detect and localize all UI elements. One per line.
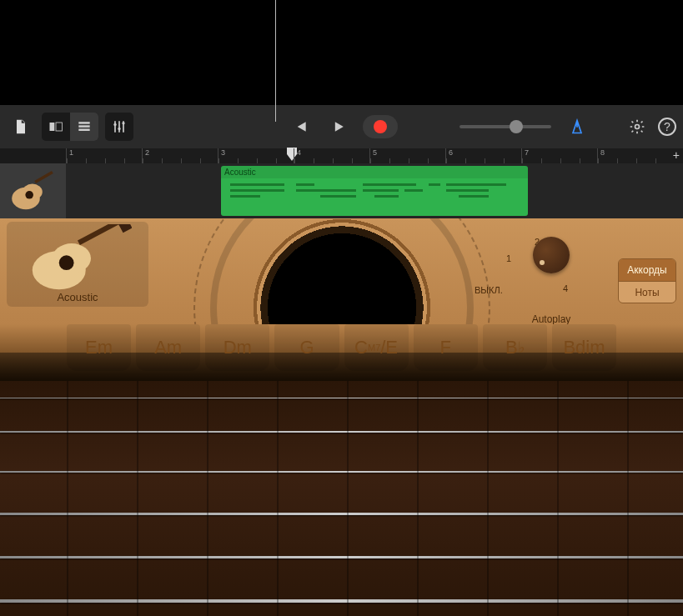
skip-back-icon xyxy=(292,118,309,135)
grid-icon xyxy=(48,118,64,135)
ruler-bar: 4 xyxy=(294,148,369,163)
settings-button[interactable] xyxy=(623,113,651,141)
fret-line xyxy=(67,381,68,616)
guitar-string[interactable] xyxy=(0,556,683,558)
rewind-button[interactable] xyxy=(286,113,314,141)
ruler-bar: 2 xyxy=(142,148,218,163)
ruler-bar: 1 xyxy=(66,148,142,163)
ruler-bar: 7 xyxy=(521,148,597,163)
chord-button[interactable]: G xyxy=(274,324,339,371)
record-icon xyxy=(374,120,387,133)
view-segment xyxy=(42,113,98,141)
fret-line xyxy=(417,381,419,616)
guitar-string[interactable] xyxy=(0,513,683,515)
fret-line xyxy=(137,381,138,616)
transport-controls xyxy=(286,113,398,141)
ruler-bar: 5 xyxy=(369,148,445,163)
guitar-string[interactable] xyxy=(0,398,683,398)
ruler-bar: 8 xyxy=(597,148,673,163)
soundhole xyxy=(217,218,467,324)
dial-label-off: ВЫКЛ. xyxy=(475,285,503,295)
dial-label-4: 4 xyxy=(563,283,568,293)
app-window: ? + 12345678 Acoustic xyxy=(0,105,683,616)
document-icon xyxy=(13,118,29,135)
guitar-large-icon xyxy=(23,224,132,291)
notes-mode-button[interactable]: Ноты xyxy=(619,281,675,303)
midi-notes xyxy=(224,179,525,213)
guitar-string[interactable] xyxy=(0,431,683,433)
metronome-icon xyxy=(569,118,585,135)
ruler-bar: 3 xyxy=(218,148,294,163)
add-track-button[interactable]: + xyxy=(673,148,680,162)
metronome-button[interactable] xyxy=(563,113,591,141)
toolbar: ? xyxy=(0,105,683,148)
list-icon xyxy=(76,118,93,135)
toolbar-right: ? xyxy=(454,113,676,141)
record-button[interactable] xyxy=(363,115,398,138)
svg-rect-16 xyxy=(78,224,121,245)
svg-point-8 xyxy=(635,125,640,129)
svg-point-7 xyxy=(122,122,124,124)
play-button[interactable] xyxy=(324,113,353,141)
chord-strip: EmAmDmGCM7/EFB♭Bdim xyxy=(0,324,683,381)
autoplay-dial[interactable] xyxy=(533,237,570,273)
fret-line xyxy=(277,381,279,616)
chords-mode-button[interactable]: Аккорды xyxy=(619,259,675,281)
play-icon xyxy=(330,118,347,135)
svg-point-11 xyxy=(25,191,33,199)
chord-button[interactable]: Em xyxy=(67,324,131,371)
track-lane[interactable]: Acoustic xyxy=(66,163,683,218)
fretboard[interactable] xyxy=(0,381,683,616)
svg-point-5 xyxy=(113,123,116,126)
chord-button[interactable]: B♭ xyxy=(483,324,547,371)
volume-slider[interactable] xyxy=(460,125,551,128)
guitar-string[interactable] xyxy=(0,599,683,603)
fret-line xyxy=(487,381,489,616)
fret-line xyxy=(207,381,208,616)
dial-label-1: 1 xyxy=(506,253,511,263)
chord-button[interactable]: Bdim xyxy=(552,324,616,371)
svg-point-15 xyxy=(59,255,74,270)
svg-rect-1 xyxy=(56,123,63,131)
fret-line xyxy=(557,381,559,616)
svg-rect-2 xyxy=(78,122,89,124)
track-controls-button[interactable] xyxy=(105,113,133,141)
play-mode-segment: Аккорды Ноты xyxy=(618,258,676,303)
help-button[interactable]: ? xyxy=(658,118,676,136)
chord-button[interactable]: Dm xyxy=(205,324,269,371)
tracks-area: Acoustic xyxy=(0,163,683,218)
autoplay-control: ВЫКЛ. 1 2 3 4 Autoplay xyxy=(501,237,601,324)
chord-button[interactable]: F xyxy=(414,324,478,371)
ruler-bar: 6 xyxy=(445,148,521,163)
track-header[interactable] xyxy=(0,163,66,218)
guitar-string[interactable] xyxy=(0,471,683,473)
svg-rect-4 xyxy=(78,129,89,132)
svg-rect-17 xyxy=(116,224,132,233)
chord-button[interactable]: Am xyxy=(136,324,200,371)
svg-rect-12 xyxy=(34,171,53,183)
sliders-icon xyxy=(111,118,128,135)
browser-view-button[interactable] xyxy=(42,113,70,141)
instrument-panel: Acoustic ВЫКЛ. 1 2 3 4 Autoplay Аккорды … xyxy=(0,218,683,324)
svg-point-6 xyxy=(118,128,120,130)
svg-rect-0 xyxy=(50,123,55,131)
svg-rect-3 xyxy=(78,125,89,128)
fret-line xyxy=(347,381,349,616)
guitar-icon xyxy=(8,170,58,212)
instrument-selector[interactable]: Acoustic xyxy=(7,222,148,307)
gear-icon xyxy=(629,118,645,135)
timeline-ruler[interactable]: + 12345678 xyxy=(66,148,683,163)
region-label: Acoustic xyxy=(221,166,528,178)
playhead-line xyxy=(275,0,276,122)
autoplay-label: Autoplay xyxy=(501,313,601,324)
chord-button[interactable]: CM7/E xyxy=(344,324,409,371)
tracks-view-button[interactable] xyxy=(70,113,98,141)
instrument-name: Acoustic xyxy=(57,291,98,303)
fret-line xyxy=(627,381,629,616)
midi-region[interactable]: Acoustic xyxy=(221,166,528,216)
my-songs-button[interactable] xyxy=(7,113,35,141)
